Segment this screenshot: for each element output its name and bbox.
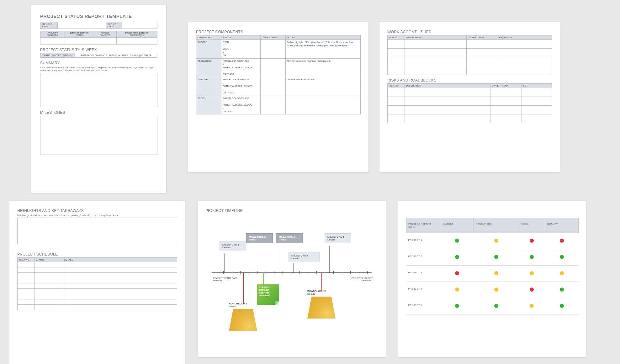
label-projected: PROJECTED DATE OF COMPLETION: [116, 31, 157, 38]
status-cell: [545, 249, 579, 266]
status-dot: [455, 239, 459, 243]
milestone-box: MILESTONE 2Details: [246, 233, 273, 243]
components-title: PROJECT COMPONENTS: [196, 30, 361, 34]
milestones-box[interactable]: [40, 116, 157, 155]
page-highlights-schedule: HIGHLIGHTS AND KEY TAKEAWAYS Bullets of …: [9, 201, 185, 364]
tick: [316, 271, 317, 274]
milestone-box: MILESTONE 1Details: [220, 241, 246, 251]
project-name: PROJECT 3: [406, 266, 441, 282]
status-cell: [474, 282, 519, 298]
component-status[interactable]: ROADBLOCK / OVERAGE – POTENTIAL RISKS / …: [221, 58, 261, 77]
tick: [325, 271, 325, 274]
component-status[interactable]: OVER – UNDER – ON: [221, 40, 261, 59]
milestone-box: MILESTONE 4Details: [289, 252, 320, 262]
tick: [283, 271, 283, 274]
tick: [249, 271, 249, 274]
milestones-title: MILESTONES: [40, 110, 157, 115]
status-cell: [474, 233, 519, 249]
summary-box[interactable]: [40, 73, 157, 107]
report-card-row: PROJECT 2: [406, 249, 579, 266]
component-label: TIMELINE: [196, 77, 221, 96]
status-cell: [441, 266, 474, 282]
status-cell: [441, 249, 474, 266]
summary-title: SUMMARY: [40, 61, 157, 65]
status-cell: [519, 249, 545, 266]
milestone-box: MILESTONE 5Details: [325, 233, 351, 243]
component-owner[interactable]: [261, 77, 286, 96]
component-owner[interactable]: [261, 40, 286, 59]
week-title: PROJECT STATUS THIS WEEK: [40, 48, 157, 52]
tick: [308, 271, 308, 274]
component-status[interactable]: ROADBLOCK / OVERAGE – POTENTIAL RISKS / …: [221, 77, 261, 96]
status-dot: [494, 271, 498, 275]
timeline-area: MILESTONE 1Details MILESTONE 2Details MI…: [205, 216, 378, 341]
status-dot: [494, 288, 498, 292]
milestone-box: MILESTONE 3Details: [276, 233, 303, 243]
tick: [215, 271, 215, 274]
status-cell: [519, 282, 545, 298]
milestone-line: [251, 246, 251, 272]
component-notes[interactable]: Call out highlights: "Exceptional work."…: [286, 40, 361, 59]
label-project-code: PROJECT CODE: [106, 22, 122, 29]
schedule-title: PROJECT SCHEDULE: [17, 252, 177, 256]
status-dot: [560, 271, 564, 275]
component-owner[interactable]: [261, 96, 286, 114]
status-cell: [474, 298, 519, 314]
highlights-box[interactable]: [17, 218, 177, 244]
work-accomplished-table: TASK NO. DESCRIPTION OWNER / TEAM RECEPT…: [387, 35, 552, 75]
component-status[interactable]: ROADBLOCK / OVERAGE – POTENTIAL RISKS / …: [221, 96, 261, 114]
tick: [223, 271, 224, 274]
status-dot: [455, 271, 459, 275]
label-manager: PROJECT MANAGER: [40, 31, 65, 38]
project-name: PROJECT 2: [406, 249, 441, 266]
page-timeline: PROJECT TIMELINE MILESTONE 1Details MILE…: [198, 201, 386, 357]
page-status-report: PROJECT STATUS REPORT TEMPLATE PROJECT N…: [31, 5, 166, 193]
tick: [257, 271, 257, 274]
current-position-note: CURRENT TIMELINE POSITION 00/00/0000: [257, 284, 279, 305]
tick: [232, 271, 232, 274]
page-components: PROJECT COMPONENTS COMPONENT STATUS OWNE…: [188, 22, 368, 172]
highlights-title: HIGHLIGHTS AND KEY TAKEAWAYS: [17, 208, 177, 213]
status-cell: [545, 298, 579, 314]
component-notes[interactable]: [286, 96, 361, 114]
project-meta-table: PROJECT MANAGER DATE OF STATUS ENTRY PER…: [40, 31, 157, 45]
status-dot: [494, 239, 498, 243]
risks-title: RISKS AND ROADBLOCKS: [387, 78, 552, 82]
status-dot: [560, 288, 564, 292]
component-label: BUDGET: [196, 40, 221, 59]
status-cell: [519, 266, 545, 282]
timeline-axis: [212, 272, 372, 273]
page-work-risks: WORK ACCOMPLISHED TASK NO. DESCRIPTION O…: [379, 22, 560, 172]
components-table: COMPONENT STATUS OWNER / TEAM NOTES BUDG…: [196, 35, 361, 114]
input-project-code[interactable]: [122, 22, 157, 29]
component-label: SCOPE: [196, 96, 221, 114]
milestone-line: [281, 246, 281, 272]
tick: [333, 271, 334, 274]
component-owner[interactable]: [261, 58, 286, 77]
status-options[interactable]: ROADBLOCK / OVERAGE | POTENTIAL RISKS / …: [75, 53, 157, 58]
roadblock-shape: [307, 297, 336, 319]
milestone-line: [329, 246, 330, 272]
roadblock-line: [321, 272, 322, 291]
status-dot: [560, 239, 564, 243]
roadblock-box: ROADBLOCK 2Details: [307, 290, 336, 319]
report-card-row: PROJECT 5: [406, 298, 579, 314]
status-dot: [530, 271, 534, 275]
risks-table: RISK NO. DESCRIPTION OWNER / TEAM FIX: [387, 83, 552, 123]
status-dot: [530, 255, 534, 259]
milestone-line: [293, 263, 294, 272]
label-period: PERIOD COVERED: [94, 31, 116, 38]
tick: [350, 271, 351, 274]
summary-hint: Enter information here about overall sta…: [40, 66, 157, 72]
component-label: RESOURCES: [196, 58, 221, 77]
status-cell: [545, 282, 579, 298]
component-notes[interactable]: New developments, new team members, etc.: [286, 58, 361, 77]
input-project-name[interactable]: [58, 22, 106, 29]
status-dot: [455, 304, 459, 308]
status-dot: [530, 239, 534, 243]
status-cell: [545, 233, 579, 249]
component-notes[interactable]: On track to final launch date: [286, 77, 361, 96]
status-dot: [560, 255, 564, 259]
tick: [359, 271, 359, 274]
tick: [266, 271, 266, 274]
